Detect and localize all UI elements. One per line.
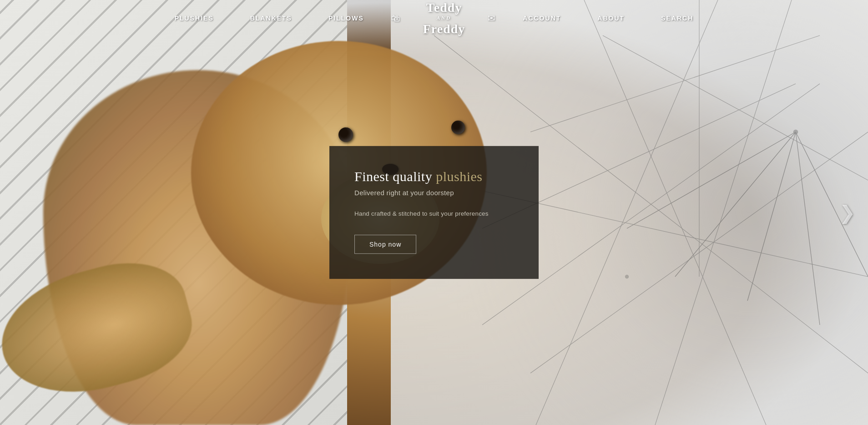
hero-title: Finest quality plushies — [354, 169, 514, 184]
hero-description: Hand crafted & stitched to suit your pre… — [354, 209, 514, 218]
bear-eye-right — [451, 121, 465, 134]
svg-line-15 — [627, 132, 796, 228]
bear-eye-left — [338, 127, 353, 142]
cart-icon[interactable]: 🛍 — [382, 13, 409, 24]
svg-line-13 — [796, 132, 820, 325]
main-nav: PLUSHIES BLANKETS PILLOWS 🛍 Teddy AND Fr… — [0, 0, 868, 36]
svg-line-14 — [796, 132, 868, 277]
nav-item-about[interactable]: ABOUT — [579, 15, 643, 22]
svg-line-1 — [603, 35, 868, 180]
svg-line-11 — [675, 132, 796, 277]
nav-item-pillows[interactable]: PILLOWS — [310, 15, 382, 22]
svg-line-6 — [530, 0, 723, 425]
svg-point-16 — [793, 130, 798, 135]
svg-line-5 — [579, 0, 772, 425]
nav-item-blankets[interactable]: BLANKETS — [232, 15, 310, 22]
email-icon[interactable]: ✉ — [479, 13, 505, 24]
nav-item-account[interactable]: ACCOUNT — [505, 15, 579, 22]
nav-item-plushies[interactable]: PLUSHIES — [156, 15, 232, 22]
svg-line-9 — [651, 0, 796, 425]
svg-line-2 — [530, 35, 820, 132]
site-logo[interactable]: Teddy AND Freddy — [409, 0, 479, 36]
hero-card: Finest quality plushies Delivered right … — [329, 146, 539, 279]
hero-subtitle: Delivered right at your doorstep — [354, 189, 514, 197]
shop-now-button[interactable]: Shop now — [354, 235, 416, 254]
slider-next-arrow[interactable]: ❯ — [839, 202, 855, 224]
nav-item-search[interactable]: SEARCH — [643, 15, 712, 22]
svg-point-17 — [625, 275, 629, 278]
svg-line-12 — [747, 132, 796, 301]
